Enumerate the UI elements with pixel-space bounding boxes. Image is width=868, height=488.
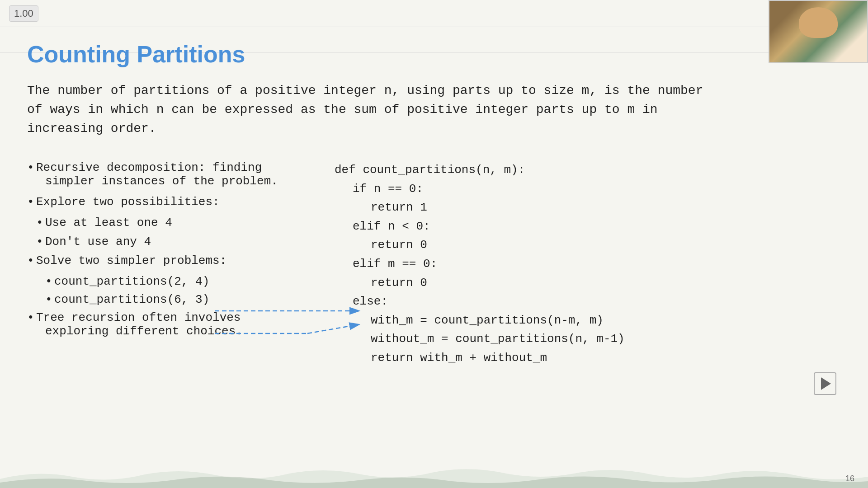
code-line-8: else: [335,292,841,311]
bullet-count-6-3: count_partitions(6, 3) [27,293,307,306]
left-column: Recursive decomposition: finding simpler… [27,161,307,345]
mountain-decoration [0,465,868,488]
play-button[interactable] [814,372,836,395]
bullet-tree-recursion: Tree recursion often involves exploring … [27,311,307,338]
code-line-10: without_m = count_partitions(n, m-1) [335,330,841,349]
top-bar: 1.00 [0,0,868,27]
page-number: 16 [845,474,854,483]
intro-line1: The number of partitions of a positive i… [27,84,703,98]
code-block: def count_partitions(n, m): if n == 0: r… [335,161,841,368]
bullet-use-4: Use at least one 4 [27,216,307,230]
two-col-layout: Recursive decomposition: finding simpler… [27,161,841,368]
code-line-11: return with_m + without_m [335,349,841,368]
bullet-recursive: Recursive decomposition: finding simpler… [27,161,307,188]
slide-title: Counting Partitions [27,41,841,68]
code-line-5: return 0 [335,236,841,255]
bullet-count-2-4: count_partitions(2, 4) [27,275,307,288]
code-line-3: return 1 [335,198,841,217]
version-badge: 1.00 [9,5,38,22]
bullet-solve: Solve two simpler problems: [27,254,307,267]
code-line-7: return 0 [335,274,841,293]
intro-line2: of ways in which n can be expressed as t… [27,103,658,117]
bullet-explore: Explore two possibilities: [27,195,307,209]
code-line-9: with_m = count_partitions(n-m, m) [335,311,841,330]
code-line-6: elif m == 0: [335,255,841,274]
code-line-4: elif n < 0: [335,217,841,236]
bottom-area: 16 [0,461,868,488]
code-line-2: if n == 0: [335,180,841,199]
right-column: def count_partitions(n, m): if n == 0: r… [335,161,841,368]
intro-text: The number of partitions of a positive i… [27,81,818,138]
code-line-1: def count_partitions(n, m): [335,161,841,180]
play-icon [821,377,831,390]
bullet-no-4: Don't use any 4 [27,235,307,249]
intro-line3: increasing order. [27,122,156,136]
main-content: Counting Partitions The number of partit… [0,27,868,461]
